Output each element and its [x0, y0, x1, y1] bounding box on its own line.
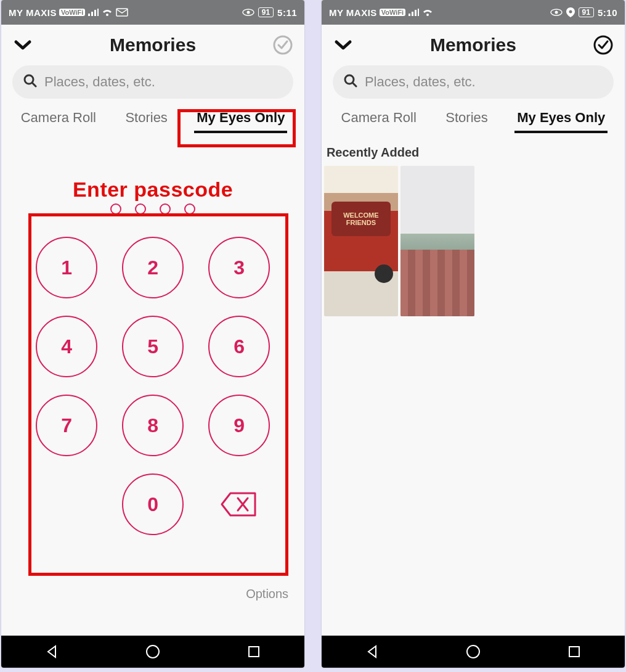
svg-point-3: [274, 36, 291, 54]
bitmoji-avatar-icon: [375, 264, 393, 283]
section-title: Recently Added: [322, 137, 625, 166]
header: Memories: [322, 25, 625, 65]
passcode-keypad: 1 2 3 4 5 6 7 8 9 0: [1, 203, 304, 552]
content-area: Recently Added WELCOME FRIENDS: [322, 137, 625, 636]
search-placeholder: Places, dates, etc.: [44, 74, 155, 90]
tab-my-eyes-only[interactable]: My Eyes Only: [192, 106, 290, 131]
status-bar: MY MAXIS VoWiFi 91 5:10: [322, 0, 625, 25]
page-title: Memories: [430, 35, 516, 55]
eye-icon: [550, 9, 563, 16]
tab-camera-roll[interactable]: Camera Roll: [16, 106, 101, 131]
keypad-4[interactable]: 4: [36, 316, 97, 377]
vowifi-badge: VoWiFi: [380, 9, 405, 16]
tab-camera-roll[interactable]: Camera Roll: [336, 106, 421, 131]
keypad-0[interactable]: 0: [122, 473, 184, 535]
battery-badge: 91: [258, 7, 274, 17]
keypad-7[interactable]: 7: [36, 395, 97, 456]
svg-point-10: [595, 36, 612, 54]
right-phone: MY MAXIS VoWiFi 91 5:10 Memories Places,…: [322, 0, 625, 668]
nav-home-icon[interactable]: [463, 641, 484, 662]
android-navbar: [322, 636, 625, 668]
carrier-label: MY MAXIS: [329, 7, 377, 18]
keypad-3[interactable]: 3: [208, 237, 270, 298]
passcode-dot: [110, 203, 121, 215]
svg-rect-0: [116, 9, 128, 16]
search-input[interactable]: Places, dates, etc.: [12, 65, 293, 99]
nav-recent-icon[interactable]: [243, 641, 264, 662]
status-bar: MY MAXIS VoWiFi 91 5:11: [1, 0, 304, 25]
android-navbar: [1, 636, 304, 668]
search-wrap: Places, dates, etc.: [1, 65, 304, 106]
nav-home-icon[interactable]: [142, 641, 163, 662]
header: Memories: [1, 25, 304, 65]
back-chevron-icon[interactable]: [333, 35, 354, 55]
thumbnail-sign: WELCOME FRIENDS: [331, 202, 391, 236]
nav-back-icon[interactable]: [41, 641, 62, 662]
keypad-8[interactable]: 8: [122, 395, 184, 456]
search-icon: [344, 74, 357, 90]
keypad-5[interactable]: 5: [122, 316, 184, 377]
carrier-label: MY MAXIS: [9, 7, 57, 18]
wifi-icon: [101, 8, 113, 17]
tab-stories[interactable]: Stories: [120, 106, 172, 131]
select-mode-icon[interactable]: [593, 35, 614, 55]
svg-point-8: [555, 11, 558, 14]
thumbnail-row: WELCOME FRIENDS: [322, 166, 625, 316]
mail-icon: [116, 8, 128, 17]
battery-badge: 91: [579, 7, 594, 17]
nav-back-icon[interactable]: [362, 641, 383, 662]
eye-icon: [242, 9, 254, 16]
svg-point-9: [569, 10, 572, 14]
passcode-dot: [184, 203, 195, 215]
page-title: Memories: [110, 35, 196, 55]
tab-my-eyes-only[interactable]: My Eyes Only: [512, 106, 610, 131]
search-placeholder: Places, dates, etc.: [365, 74, 476, 90]
wifi-icon: [421, 8, 434, 17]
passcode-dot: [135, 203, 146, 215]
clock: 5:10: [598, 7, 617, 18]
keypad-blank: [36, 473, 97, 535]
keypad-6[interactable]: 6: [208, 316, 270, 377]
search-icon: [23, 74, 37, 90]
options-link[interactable]: Options: [246, 587, 288, 601]
memory-thumbnail[interactable]: WELCOME FRIENDS: [324, 166, 398, 316]
passcode-dots: [110, 203, 195, 215]
signal-icon: [408, 8, 419, 17]
tabs: Camera Roll Stories My Eyes Only: [1, 106, 304, 137]
vowifi-badge: VoWiFi: [59, 9, 85, 16]
left-phone: MY MAXIS VoWiFi 91 5:11 Memories Places,…: [1, 0, 304, 668]
search-wrap: Places, dates, etc.: [322, 65, 625, 106]
svg-rect-6: [249, 647, 259, 657]
svg-rect-13: [569, 647, 579, 657]
tab-stories[interactable]: Stories: [441, 106, 492, 131]
content-area: 1 2 3 4 5 6 7 8 9 0 Options: [1, 137, 304, 636]
select-mode-icon[interactable]: [272, 35, 293, 55]
tabs: Camera Roll Stories My Eyes Only: [322, 106, 625, 137]
svg-point-12: [467, 645, 479, 658]
svg-point-5: [147, 645, 159, 658]
keypad-backspace-icon[interactable]: [208, 473, 270, 535]
memory-thumbnail[interactable]: [400, 166, 474, 316]
keypad-2[interactable]: 2: [122, 237, 184, 298]
svg-point-2: [246, 11, 250, 14]
svg-point-4: [25, 75, 33, 84]
location-icon: [566, 7, 575, 17]
clock: 5:11: [277, 7, 297, 18]
passcode-dot: [160, 203, 171, 215]
signal-icon: [87, 8, 99, 17]
keypad-9[interactable]: 9: [208, 395, 270, 456]
keypad-1[interactable]: 1: [36, 237, 97, 298]
back-chevron-icon[interactable]: [12, 35, 33, 55]
search-input[interactable]: Places, dates, etc.: [333, 65, 614, 99]
svg-point-11: [345, 75, 354, 84]
nav-recent-icon[interactable]: [564, 641, 585, 662]
